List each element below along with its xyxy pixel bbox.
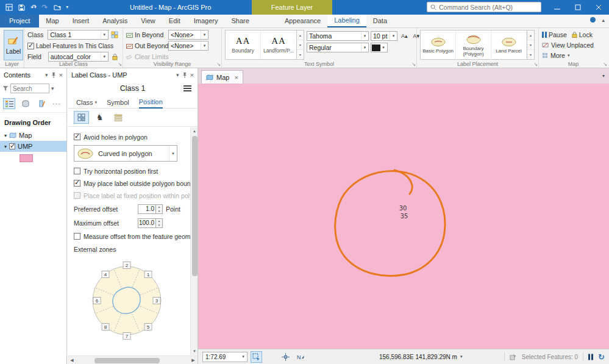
- list-by-drawing-order-button[interactable]: [3, 98, 15, 109]
- gallery-down-icon[interactable]: ▾: [297, 40, 304, 50]
- command-search-input[interactable]: [439, 4, 538, 11]
- tab-imagery[interactable]: Imagery: [187, 15, 225, 27]
- try-horizontal-checkbox[interactable]: [74, 168, 80, 174]
- collapse-ribbon-icon[interactable]: ▴: [602, 17, 605, 23]
- placement-item-land-parcel[interactable]: Land Parcel: [491, 30, 527, 60]
- zone-number[interactable]: 7: [126, 334, 129, 339]
- class-combo[interactable]: Class 1 ▾: [48, 30, 108, 40]
- undo-dropdown-icon[interactable]: ▾: [34, 0, 37, 15]
- maximum-offset-input[interactable]: [138, 218, 156, 228]
- tab-analysis[interactable]: Analysis: [96, 15, 134, 27]
- zone-number[interactable]: 8: [104, 324, 107, 330]
- north-tool-button[interactable]: N: [294, 351, 306, 363]
- tab-view[interactable]: View: [134, 15, 162, 27]
- tab-appearance[interactable]: Appearance: [278, 15, 327, 27]
- expression-button[interactable]: [110, 52, 119, 62]
- gallery-up-icon[interactable]: ▴: [297, 30, 304, 40]
- label-features-checkbox[interactable]: [27, 43, 34, 49]
- zone-number[interactable]: 4: [104, 272, 107, 277]
- close-pane-icon[interactable]: ×: [59, 72, 63, 78]
- pause-drawing-icon[interactable]: [588, 354, 593, 360]
- zone-number[interactable]: 2: [126, 263, 129, 268]
- pin-icon[interactable]: [182, 72, 187, 78]
- refresh-icon[interactable]: ↻: [598, 353, 605, 361]
- tab-labeling[interactable]: Labeling: [327, 15, 366, 27]
- font-size-combo[interactable]: 10 pt ▾: [371, 31, 397, 41]
- font-style-combo[interactable]: Regular ▾: [307, 43, 369, 52]
- tab-map[interactable]: Map: [39, 15, 65, 27]
- measure-offset-checkbox[interactable]: [74, 233, 80, 240]
- font-combo[interactable]: Tahoma ▾: [307, 31, 369, 41]
- notification-icon[interactable]: [589, 16, 596, 23]
- selected-features-count[interactable]: Selected Features: 0: [522, 354, 578, 360]
- tab-insert[interactable]: Insert: [66, 15, 96, 27]
- chevron-down-icon[interactable]: ▾: [460, 354, 463, 359]
- out-beyond-combo[interactable]: <None> ▾: [168, 41, 208, 51]
- spin-up-icon[interactable]: ▴: [156, 219, 162, 223]
- text-color-button[interactable]: ▾: [371, 43, 388, 52]
- in-beyond-combo[interactable]: <None> ▾: [168, 30, 208, 40]
- placement-style-combo[interactable]: Curved in polygon ▾: [74, 145, 177, 162]
- gallery-up-icon[interactable]: ▴: [527, 30, 534, 40]
- scroll-down-icon[interactable]: ▼: [191, 348, 198, 355]
- text-symbol-item-boundary[interactable]: AA Boundary: [226, 30, 261, 59]
- map-view-tab[interactable]: Map ×: [201, 70, 243, 84]
- customize-toolbar-icon[interactable]: ▾: [66, 0, 68, 15]
- more-tools-icon[interactable]: ···: [52, 100, 61, 107]
- field-combo[interactable]: autocad_color ▾: [48, 52, 109, 62]
- may-place-outside-checkbox[interactable]: [74, 180, 80, 187]
- clear-limits-button[interactable]: Clear Limits: [135, 53, 168, 60]
- command-search[interactable]: [427, 2, 541, 12]
- label-class-dialog-launcher[interactable]: ↘: [118, 62, 122, 67]
- map-canvas[interactable]: 30 35: [198, 84, 609, 349]
- placement-dialog-launcher[interactable]: ↘: [533, 62, 538, 67]
- list-by-editing-button[interactable]: [36, 98, 48, 109]
- spinner[interactable]: ▴▾: [156, 204, 163, 214]
- vertical-scrollbar[interactable]: ▲ ▼: [190, 127, 198, 355]
- tab-class[interactable]: Class▾: [76, 99, 97, 108]
- pin-icon[interactable]: [51, 72, 56, 78]
- zone-number[interactable]: 1: [147, 272, 150, 277]
- external-zones-diagram[interactable]: 2 1 3 5 7 8 6 4: [81, 255, 173, 342]
- maximize-button[interactable]: [568, 0, 588, 15]
- gallery-down-icon[interactable]: ▾: [527, 40, 534, 50]
- minimize-button[interactable]: [547, 0, 568, 15]
- zone-number[interactable]: 3: [155, 298, 158, 304]
- avoid-holes-checkbox[interactable]: [74, 134, 80, 140]
- position-placement-subtab[interactable]: [74, 111, 89, 124]
- app-icon[interactable]: [5, 4, 13, 11]
- scroll-up-icon[interactable]: ▲: [191, 127, 198, 135]
- redo-icon[interactable]: ↷: [42, 0, 48, 15]
- pause-labeling-button[interactable]: Pause: [542, 31, 567, 38]
- pane-menu-icon[interactable]: ▾: [176, 72, 179, 78]
- search-options-icon[interactable]: ▾: [51, 85, 54, 91]
- tab-data[interactable]: Data: [366, 15, 394, 27]
- map-dialog-launcher[interactable]: ↘: [603, 62, 607, 67]
- close-button[interactable]: [588, 0, 609, 15]
- expand-icon[interactable]: ▾: [4, 133, 7, 138]
- scrollbar-thumb[interactable]: [94, 358, 160, 363]
- menu-icon[interactable]: [183, 85, 191, 91]
- filter-icon[interactable]: [2, 85, 9, 91]
- zone-number[interactable]: 6: [96, 298, 99, 304]
- spin-down-icon[interactable]: ▾: [156, 209, 162, 213]
- label-class-options-button[interactable]: [110, 30, 119, 40]
- expand-icon[interactable]: ▾: [4, 144, 7, 149]
- tab-symbol[interactable]: Symbol: [107, 99, 129, 108]
- tab-overflow-icon[interactable]: ▾: [602, 73, 605, 79]
- map-scale-combo[interactable]: 1:72.69 ▾: [202, 352, 248, 362]
- gallery-more-icon[interactable]: ▾: [297, 50, 304, 59]
- open-project-icon[interactable]: ▾: [54, 0, 61, 15]
- text-symbol-item-landform[interactable]: AA Landform/P...: [261, 30, 296, 59]
- open-dropdown-icon[interactable]: ▾: [59, 0, 61, 15]
- position-leader-subtab[interactable]: [110, 111, 126, 124]
- increase-font-size-button[interactable]: A▴: [399, 32, 410, 40]
- label-toggle-button[interactable]: Label: [4, 30, 23, 60]
- pane-menu-icon[interactable]: ▾: [45, 72, 48, 78]
- tab-share[interactable]: Share: [225, 15, 256, 27]
- placement-item-basic-polygon[interactable]: Basic Polygon: [421, 30, 456, 60]
- placement-item-boundary-polygon[interactable]: Boundary (Polygon): [456, 30, 491, 60]
- horizontal-scrollbar[interactable]: ◀ ▶: [68, 355, 198, 364]
- close-tab-icon[interactable]: ×: [234, 74, 238, 81]
- gallery-more-icon[interactable]: ▾: [527, 50, 534, 59]
